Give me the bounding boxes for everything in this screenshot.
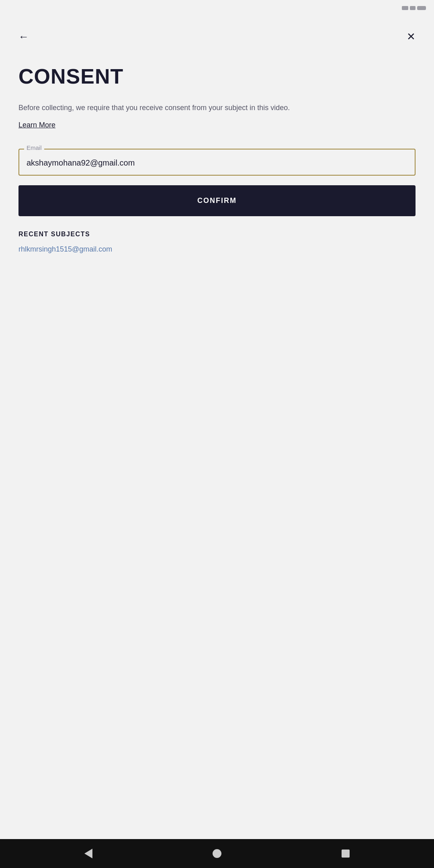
nav-recents-icon [342, 850, 350, 858]
nav-home-button[interactable] [213, 849, 221, 858]
nav-home-icon [213, 849, 221, 858]
email-field-wrapper: Email [18, 149, 416, 176]
nav-back-icon [84, 849, 92, 858]
recent-subject-item[interactable]: rhlkmrsingh1515@gmail.com [18, 245, 416, 254]
battery-icon [417, 6, 426, 10]
recent-subjects-label: RECENT SUBJECTS [18, 231, 416, 238]
status-icons [402, 6, 426, 10]
learn-more-link[interactable]: Learn More [18, 121, 55, 129]
recent-subjects-section: RECENT SUBJECTS rhlkmrsingh1515@gmail.co… [18, 231, 416, 254]
description-text: Before collecting, we require that you r… [18, 102, 416, 114]
confirm-button[interactable]: CONFIRM [18, 185, 416, 216]
close-icon: ✕ [407, 31, 416, 43]
signal-icon [402, 6, 408, 10]
nav-bar: ← ✕ [18, 24, 416, 49]
back-button[interactable]: ← [15, 28, 32, 45]
close-button[interactable]: ✕ [403, 28, 419, 45]
page-title: CONSENT [18, 65, 416, 88]
wifi-icon [410, 6, 416, 10]
status-bar [0, 0, 434, 16]
email-input[interactable] [18, 149, 416, 176]
nav-recents-button[interactable] [342, 850, 350, 858]
nav-back-button[interactable] [84, 849, 92, 858]
email-label: Email [24, 144, 44, 151]
back-arrow-icon: ← [18, 31, 29, 43]
bottom-nav [0, 839, 434, 868]
main-content: ← ✕ CONSENT Before collecting, we requir… [0, 16, 434, 839]
